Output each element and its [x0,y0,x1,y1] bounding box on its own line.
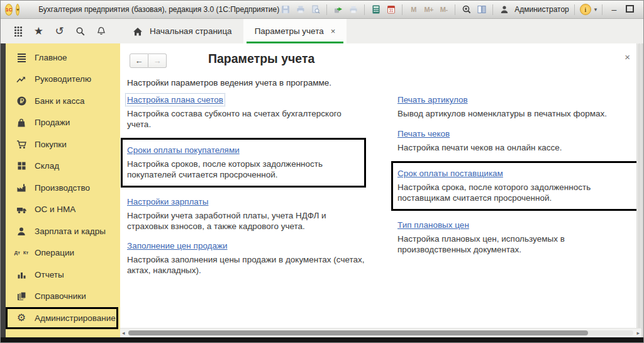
sidebar-label: Зарплата и кадры [35,227,106,236]
sidebar-label: Операции [35,248,74,257]
settings-columns: Настройка плана счетов Настройка состава… [127,94,640,284]
main-menu-button[interactable]: ▾ [16,4,19,16]
sidebar-item-directories[interactable]: Справочники [6,286,120,308]
setting-description: Настройка заполнения цены продажи в доку… [127,255,366,276]
title-bar: 1С ▾ Бухгалтерия предприятия (базовая), … [1,1,643,19]
home-icon [131,25,144,38]
functions-menu-icon[interactable] [11,25,24,38]
sidebar-item-salary-hr[interactable]: Зарплата и кадры [6,220,120,242]
data-exchange-icon[interactable] [332,4,344,15]
link-sales-price-fill[interactable]: Заполнение цен продажи [127,241,228,250]
1c-logo-icon: 1С [5,4,13,16]
zoom-icon[interactable] [460,4,472,15]
link-print-articles[interactable]: Печать артикулов [397,95,468,104]
current-user-name[interactable]: Администратор [514,5,569,14]
sidebar-item-warehouse[interactable]: Склад [6,155,120,177]
info-caret-icon[interactable]: ▾ [594,6,597,13]
print-document-icon[interactable] [347,4,359,15]
forward-button[interactable]: → [148,53,167,68]
form-close-icon[interactable]: × [625,52,630,62]
history-icon[interactable]: ↺ [53,25,66,38]
setting-description: Настройка плановых цен, используемых в п… [397,234,640,255]
print-icon[interactable] [294,4,306,15]
sidebar-item-fixed-assets[interactable]: ОС и НМА [6,199,120,221]
sidebar-item-manager[interactable]: Руководителю [6,69,120,91]
info-icon[interactable]: i [580,4,591,15]
scroll-left-arrow-icon[interactable]: ◂ [122,330,125,336]
horizontal-scroll-track[interactable] [128,330,633,335]
vertical-scrollbar[interactable] [636,43,641,329]
sidebar-item-operations[interactable]: ДтКт Операции [6,242,120,264]
tab-parameters-active[interactable]: Параметры учета × [243,19,347,43]
link-supplier-payment-term[interactable]: Срок оплаты поставщикам [397,169,503,178]
setting-description: Вывод артикулов номенклатуры в печатных … [397,109,640,120]
user-icon [498,4,510,15]
memory-subtract-button[interactable]: M- [438,4,450,15]
boxes-grid-icon [16,160,27,171]
close-window-button[interactable]: × [639,4,644,14]
setting-group-chart-of-accounts: Настройка плана счетов Настройка состава… [127,94,366,130]
page-subtitle: Настройки параметров ведения учета в про… [127,78,331,87]
print-preview-icon[interactable] [309,4,321,15]
factory-icon [16,183,27,193]
link-salary-settings[interactable]: Настройки зарплаты [127,197,208,206]
horizontal-scrollbar[interactable]: ◂ ▸ [120,328,641,337]
history-nav-buttons: ← → [130,53,167,68]
sidebar-item-bank-cash[interactable]: Банк и касса [6,90,120,112]
sidebar-label: Руководителю [35,74,91,84]
memory-recall-button[interactable]: M [408,4,419,15]
memory-add-button[interactable]: M+ [423,4,435,15]
vertical-scrollbar-thumb[interactable] [638,43,641,329]
scroll-right-arrow-icon[interactable]: ▸ [636,330,640,336]
person-icon [16,226,27,237]
tab-active-label: Параметры учета [255,26,324,36]
favorites-star-icon[interactable]: ★ [32,25,45,38]
split-window-icon[interactable] [475,4,487,15]
sidebar-item-administration[interactable]: ⚙ Администрирование [6,307,118,329]
link-customer-payment-terms[interactable]: Сроки оплаты покупателями [127,145,240,155]
minimize-button[interactable]: – [608,4,620,14]
calculator-icon[interactable] [370,4,382,15]
horizontal-scrollbar-thumb[interactable] [128,330,588,335]
search-icon[interactable] [74,25,87,38]
save-icon[interactable] [279,4,291,15]
calendar-icon[interactable]: 31 [385,4,397,15]
back-button[interactable]: ← [130,53,148,68]
ruble-coin-icon [16,96,27,106]
tab-close-icon[interactable]: × [331,26,336,36]
sidebar-label: Справочники [35,291,86,301]
sidebar-label: Банк и касса [35,96,85,106]
sidebar-label: Производство [35,183,90,193]
maximize-icon [626,5,634,13]
page-title: Параметры учета [208,52,314,66]
setting-description: Настройка состава субконто на счетах бух… [127,109,366,130]
link-print-receipts[interactable]: Печать чеков [397,129,450,138]
dtkt-accounting-icon: ДтКт [16,247,27,258]
books-stack-icon [16,291,27,301]
app-window: 1С ▾ Бухгалтерия предприятия (базовая), … [0,0,644,343]
setting-group-print-articles: Печать артикулов Вывод артикулов номенкл… [397,94,640,120]
sidebar-item-sales[interactable]: Продажи [6,112,120,134]
tab-bar: ★ ↺ Начальная страница Параметры учета × [1,19,643,43]
sidebar-item-main[interactable]: Главное [6,47,120,69]
sidebar-item-reports[interactable]: Отчеты [6,264,120,286]
settings-column-right: Печать артикулов Вывод артикулов номенкл… [397,94,640,284]
notifications-bell-icon[interactable] [95,25,108,38]
sidebar-label: Отчеты [35,270,64,279]
sidebar-label: Главное [35,53,67,62]
sidebar-item-purchases[interactable]: Покупки [6,133,120,155]
link-planned-price-type[interactable]: Тип плановых цен [397,220,469,230]
setting-description: Настройка сроков, после которых задолжен… [127,159,360,180]
setting-group-print-receipts: Печать чеков Настройка печати чеков на о… [397,128,640,154]
tab-home[interactable]: Начальная страница [120,19,243,43]
sidebar-item-production[interactable]: Производство [6,177,120,199]
link-chart-of-accounts-setup[interactable]: Настройка плана счетов [127,95,223,104]
shopping-bag-icon [16,117,27,128]
parameters-form: ← → Параметры учета × Настройки параметр… [120,43,641,337]
setting-description: Настройка печати чеков на онлайн кассе. [397,143,640,154]
setting-group-planned-price-type: Тип плановых цен Настройка плановых цен,… [397,219,640,255]
maximize-button[interactable] [623,4,636,14]
shopping-cart-icon [16,139,27,150]
sidebar-label: Покупки [35,140,67,149]
sidebar-label: Продажи [35,118,70,127]
